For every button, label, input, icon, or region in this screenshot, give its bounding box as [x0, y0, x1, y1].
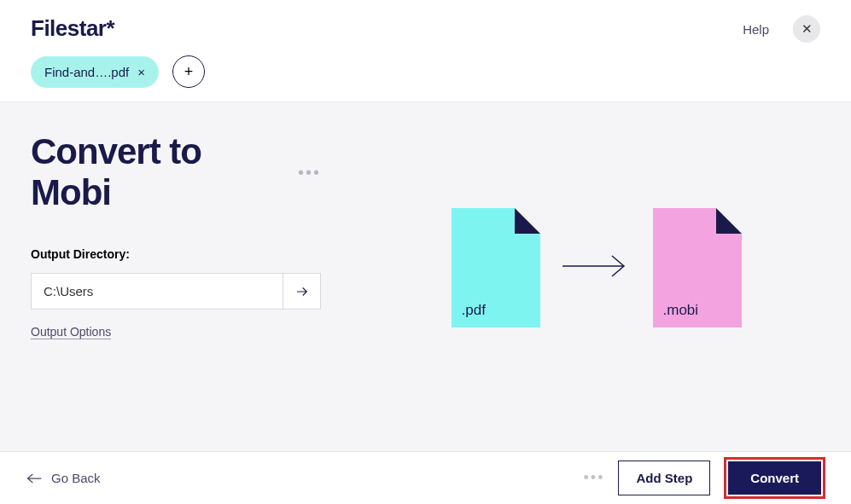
arrow-right-icon	[294, 284, 310, 299]
bottom-bar: Go Back ••• Add Step Convert	[0, 451, 851, 504]
output-options-link[interactable]: Output Options	[31, 325, 111, 339]
more-menu-icon[interactable]: •••	[584, 469, 605, 487]
add-step-button[interactable]: Add Step	[618, 461, 710, 495]
convert-button[interactable]: Convert	[728, 461, 821, 495]
output-dir-field	[31, 273, 321, 310]
add-file-button[interactable]: +	[172, 55, 205, 88]
help-link[interactable]: Help	[743, 22, 769, 37]
browse-directory-button[interactable]	[283, 274, 320, 309]
source-file-icon: .pdf	[452, 208, 540, 327]
file-chip[interactable]: Find-and….pdf ×	[31, 56, 159, 88]
close-button[interactable]: ✕	[793, 15, 820, 43]
convert-highlight: Convert	[724, 457, 825, 499]
output-dir-label: Output Directory:	[31, 247, 321, 261]
go-back-label: Go Back	[51, 471, 101, 485]
app-logo: Filestar*	[31, 15, 205, 42]
arrow-left-icon	[26, 472, 43, 484]
arrow-icon	[561, 249, 632, 287]
page-fold-icon	[716, 208, 742, 234]
target-file-icon: .mobi	[653, 208, 742, 327]
conversion-graphic: .pdf .mobi	[452, 208, 742, 327]
plus-icon: +	[184, 63, 194, 81]
target-ext-label: .mobi	[663, 302, 699, 319]
main-content: Convert to Mobi ••• Output Directory: Ou…	[0, 102, 851, 451]
title-menu-icon[interactable]: •••	[298, 163, 321, 182]
close-icon: ✕	[801, 21, 813, 37]
page-title: Convert to Mobi	[31, 131, 288, 213]
page-fold-icon	[515, 208, 540, 234]
remove-file-icon[interactable]: ×	[137, 65, 145, 79]
top-bar: Filestar* Find-and….pdf × + Help ✕	[0, 0, 851, 102]
file-chip-name: Find-and….pdf	[44, 65, 129, 79]
go-back-button[interactable]: Go Back	[26, 471, 101, 485]
output-dir-input[interactable]	[32, 274, 283, 309]
source-ext-label: .pdf	[462, 302, 486, 319]
